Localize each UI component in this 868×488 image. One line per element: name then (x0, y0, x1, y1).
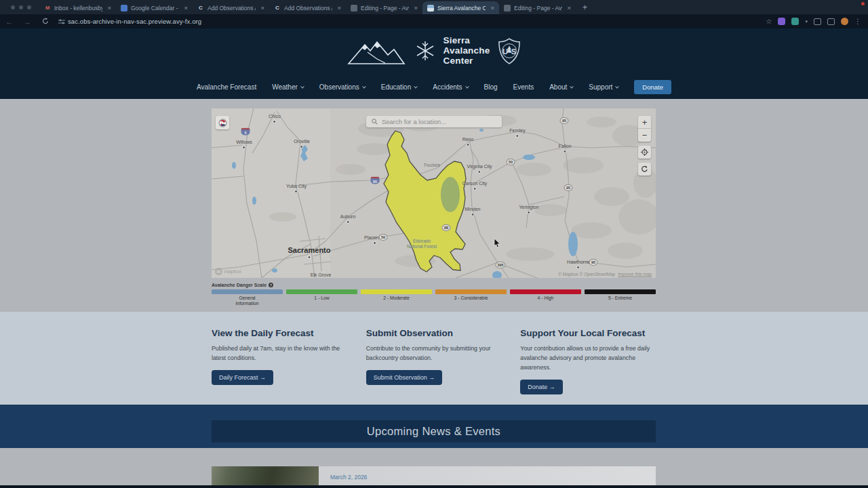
nav-item-label: Avalanche Forecast (197, 83, 256, 91)
browser-address-bar: ← → sac.obs-archive-in-nav-sac.preview.a… (0, 14, 868, 28)
nav-item-weather[interactable]: Weather (272, 83, 304, 91)
geolocate-icon (641, 148, 648, 156)
nav-item-label: Education (381, 83, 411, 91)
tab-title: Add Observations Archive na (208, 5, 256, 12)
browser-tab-add-observations-archive-na[interactable]: CAdd Observations Archive na× (269, 1, 346, 14)
window-minimize-icon[interactable] (19, 5, 23, 9)
profile-avatar[interactable] (841, 18, 848, 25)
info-icon[interactable]: ? (269, 283, 273, 287)
tab-list: MInbox - kellenbusby@gmail.c×Google Cale… (39, 0, 576, 14)
donate-button[interactable]: Donate → (520, 380, 563, 394)
mountain-logo-icon (347, 36, 407, 66)
forecast-map[interactable]: ChicoWillowsOrovilleYuba CityAuburnPlace… (212, 108, 656, 278)
map-search-input[interactable] (382, 118, 496, 125)
action-cards-band: View the Daily ForecastPublished daily a… (0, 312, 868, 405)
card-support-your-local-forecast: Support Your Local ForecastYour contribu… (520, 328, 659, 394)
tab-close-icon[interactable]: × (336, 4, 341, 12)
road-shield-88: 88 (442, 224, 451, 231)
nav-item-observations[interactable]: Observations (319, 83, 366, 91)
browser-tab-sierra-avalanche-center[interactable]: Sierra Avalanche Center× (422, 1, 499, 14)
extension-icon[interactable] (778, 18, 785, 25)
avyfx-favicon (504, 5, 511, 12)
tab-title: Add Observations Archive na (284, 5, 332, 12)
nav-item-education[interactable]: Education (381, 83, 417, 91)
chevron-down-icon (414, 84, 418, 88)
browser-tab-editing-page-avyfx[interactable]: Editing - Page - AvyFx× (346, 1, 422, 14)
extension-icon[interactable] (791, 18, 799, 25)
nav-item-label: Accidents (433, 83, 462, 91)
tab-close-icon[interactable]: × (489, 4, 494, 12)
geolocate-button[interactable] (638, 146, 651, 159)
nav-item-label: About (549, 83, 567, 91)
window-maximize-icon[interactable] (27, 5, 31, 9)
submit-observation-button[interactable]: Submit Observation → (366, 370, 443, 385)
nav-donate-button[interactable]: Donate (634, 80, 671, 94)
legend-5-extreme: 5 - Extreme (585, 289, 656, 306)
road-shield-50: 50 (379, 234, 388, 241)
globe-icon (218, 119, 227, 127)
card-body: Published daily at 7am, stay in the know… (212, 344, 351, 363)
reset-view-button[interactable] (638, 163, 651, 176)
reload-icon[interactable] (37, 18, 54, 26)
map-label-auburn: Auburn (340, 214, 356, 224)
extensions-expand-icon[interactable]: ▾ (805, 19, 808, 24)
url-field[interactable]: sac.obs-archive-in-nav-sac.preview.avy-f… (68, 18, 766, 25)
browser-tab-inbox-kellenbusby-gmail-c[interactable]: MInbox - kellenbusby@gmail.c× (39, 1, 116, 14)
browser-share-icon[interactable] (827, 18, 835, 25)
map-search[interactable] (366, 116, 502, 127)
nav-item-blog[interactable]: Blog (484, 83, 498, 91)
screen: MInbox - kellenbusby@gmail.c×Google Cale… (0, 0, 868, 488)
legend-label: 5 - Extreme (585, 296, 656, 301)
legend-title: Avalanche Danger Scale ? (212, 283, 656, 287)
event-card[interactable]: March 2, 2026 (212, 466, 656, 485)
browser-menu-icon[interactable]: ⋮ (854, 18, 861, 25)
browser-tab-add-observations-archive-na[interactable]: CAdd Observations Archive na× (193, 1, 269, 14)
map-layers-button[interactable] (216, 116, 229, 129)
legend-3-considerable: 3 - Considerable (435, 289, 507, 306)
nav-item-accidents[interactable]: Accidents (433, 83, 468, 91)
tab-close-icon[interactable]: × (106, 4, 111, 12)
tab-close-icon[interactable]: × (259, 4, 264, 12)
svg-text:S: S (511, 47, 517, 55)
card-body: Your contribution allows us to provide a… (520, 344, 659, 372)
zoom-in-button[interactable]: + (638, 116, 651, 129)
new-tab-button[interactable]: + (576, 3, 594, 14)
back-icon[interactable]: ← (0, 18, 18, 26)
tab-title: Editing - Page - AvyFx (514, 5, 562, 12)
event-date: March 2, 2026 (330, 474, 367, 481)
nav-item-support[interactable]: Support (589, 83, 618, 91)
mouse-cursor (494, 239, 502, 248)
zoom-out-button[interactable]: − (638, 129, 651, 142)
card-title: Submit Observation (366, 328, 505, 338)
nav-item-avalanche-forecast[interactable]: Avalanche Forecast (197, 83, 256, 91)
snowflake-icon (415, 41, 435, 61)
news-title: Upcoming News & Events (367, 425, 500, 438)
svg-text:U: U (503, 47, 509, 55)
window-close-icon[interactable] (11, 5, 15, 9)
browser-panel-icon[interactable] (814, 18, 821, 25)
improve-map-link[interactable]: Improve this map (618, 272, 652, 277)
address-bar-actions: ☆ ▾ ⋮ (766, 18, 868, 25)
mapbox-logo[interactable]: m mapbox (215, 268, 241, 275)
chevron-down-icon (362, 84, 366, 88)
browser-tab-editing-page-avyfx[interactable]: Editing - Page - AvyFx× (499, 1, 576, 14)
map-label-yerington: Yerington (519, 205, 538, 214)
legend-scale: General Information1 - Low2 - Moderate3 … (212, 289, 656, 306)
tab-close-icon[interactable]: × (566, 4, 571, 12)
nav-item-events[interactable]: Events (513, 83, 534, 91)
card-title: Support Your Local Forecast (520, 328, 659, 338)
chevron-down-icon (570, 84, 574, 88)
site-info-icon[interactable] (58, 18, 65, 25)
tab-close-icon[interactable]: × (182, 4, 188, 12)
nav-item-about[interactable]: About (549, 83, 573, 91)
window-controls[interactable] (0, 0, 39, 14)
forward-icon[interactable]: → (18, 18, 37, 26)
daily-forecast-button[interactable]: Daily Forecast → (212, 370, 273, 385)
tab-close-icon[interactable]: × (412, 4, 418, 12)
bookmark-star-icon[interactable]: ☆ (766, 18, 772, 25)
clickup-favicon: C (197, 5, 204, 12)
site-logo[interactable]: Sierra Avalanche Center U S (0, 35, 868, 66)
map-label-fernley: Fernley (509, 128, 525, 138)
legend-label: 4 - High (510, 296, 581, 301)
browser-tab-google-calendar-march-20[interactable]: Google Calendar - March 20× (116, 1, 193, 14)
